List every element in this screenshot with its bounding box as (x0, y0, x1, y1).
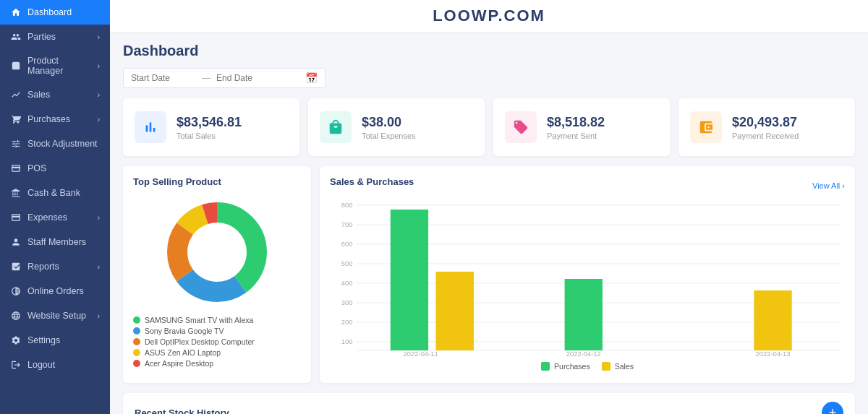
bar-legend-sales: Sales (602, 362, 634, 371)
add-stock-button[interactable]: + (822, 402, 843, 414)
sidebar-item-cash-bank[interactable]: Cash & Bank (0, 181, 110, 205)
sidebar-item-dashboard[interactable]: Dashboard (0, 0, 110, 25)
sidebar-label-online-orders: Online Orders (27, 286, 100, 296)
calendar-icon[interactable]: 📅 (305, 72, 318, 84)
svg-text:2022-04-13: 2022-04-13 (755, 350, 790, 358)
legend-label: ASUS Zen AIO Laptop (145, 348, 221, 357)
svg-text:300: 300 (341, 299, 353, 306)
bar-sales-3 (754, 290, 791, 350)
stat-card-total-sales: $83,546.81 Total Sales (123, 98, 299, 156)
box-icon (10, 60, 22, 72)
svg-text:2022-04-11: 2022-04-11 (404, 350, 438, 358)
view-all-button[interactable]: View All › (812, 181, 845, 190)
pos-icon (10, 163, 22, 174)
arrow-right-icon: › (842, 181, 845, 190)
end-date-input[interactable] (216, 73, 281, 83)
top-selling-chart: Top Selling Product (123, 166, 311, 383)
sidebar-item-settings[interactable]: Settings (0, 328, 110, 353)
total-sales-value: $83,546.81 (176, 115, 242, 130)
bar-legend: Purchases Sales (330, 362, 845, 373)
legend-dot (133, 338, 140, 345)
sidebar-item-logout[interactable]: Logout (0, 353, 110, 377)
stock-history-section: Recent Stock History + Sales Purchases P… (123, 393, 855, 414)
sidebar-item-pos[interactable]: POS (0, 156, 110, 181)
bag-icon (320, 111, 352, 143)
svg-text:600: 600 (341, 241, 353, 248)
sidebar-label-stock-adjustment: Stock Adjustment (27, 139, 100, 149)
sidebar-item-product-manager[interactable]: Product Manager › (0, 49, 110, 82)
page-title: Dashboard (123, 43, 855, 59)
legend-dot (133, 316, 140, 324)
total-expenses-label: Total Expenses (362, 131, 416, 140)
chevron-icon: › (98, 91, 100, 99)
sales-purchases-chart: Sales & Purchases View All › 800 700 600… (320, 166, 855, 383)
donut-svg (159, 194, 275, 310)
chevron-icon: › (98, 312, 100, 320)
legend-label: Sony Bravia Google TV (145, 327, 224, 335)
sidebar-item-parties[interactable]: Parties › (0, 25, 110, 49)
stat-card-total-expenses: $38.00 Total Expenses (308, 98, 485, 156)
sidebar-label-cash-bank: Cash & Bank (27, 188, 100, 198)
purchases-label: Purchases (554, 362, 590, 371)
svg-text:2022-04-12: 2022-04-12 (566, 350, 601, 358)
sales-purchases-title: Sales & Purchases (330, 176, 414, 187)
stat-card-payment-sent: $8,518.82 Payment Sent (493, 98, 670, 156)
page-content: Dashboard — 📅 $83,546.81 Total Sales (110, 33, 868, 414)
chart-icon (10, 89, 22, 100)
sidebar-item-website-setup[interactable]: Website Setup › (0, 303, 110, 328)
wallet-icon (690, 111, 722, 143)
bar-legend-purchases: Purchases (541, 362, 590, 371)
brand-logo: LOOWP.COM (433, 7, 545, 25)
chevron-icon: › (98, 116, 100, 124)
svg-text:200: 200 (341, 319, 353, 326)
payment-sent-label: Payment Sent (547, 131, 605, 140)
sidebar-label-product-manager: Product Manager (27, 56, 92, 76)
stat-info: $8,518.82 Payment Sent (547, 115, 605, 140)
cart-icon (10, 113, 22, 125)
legend-item: ASUS Zen AIO Laptop (133, 348, 301, 357)
globe-icon (10, 310, 22, 322)
legend-item: Dell OptIPlex Desktop Computer (133, 337, 301, 346)
sales-dot (602, 362, 610, 371)
legend-dot (133, 327, 140, 335)
sidebar-label-parties: Parties (27, 32, 92, 42)
chevron-icon: › (98, 263, 100, 271)
logout-icon (10, 359, 22, 371)
sidebar-item-reports[interactable]: Reports › (0, 254, 110, 279)
chevron-icon: › (98, 214, 100, 222)
bar-chart-area: 800 700 600 500 400 300 200 100 (330, 200, 845, 359)
legend-dot (133, 349, 140, 356)
total-expenses-value: $38.00 (362, 115, 416, 130)
legend-item: Sony Bravia Google TV (133, 327, 301, 335)
sidebar: Dashboard Parties › Product Manager › Sa… (0, 0, 110, 414)
legend-item: Acer Aspire Desktop (133, 359, 301, 368)
legend-label: SAMSUNG Smart TV with Alexa (145, 316, 253, 324)
sidebar-item-purchases[interactable]: Purchases › (0, 107, 110, 131)
bar-chart-header: Sales & Purchases View All › (330, 176, 845, 194)
legend-label: Acer Aspire Desktop (145, 359, 213, 368)
total-sales-label: Total Sales (176, 131, 242, 140)
sidebar-item-online-orders[interactable]: Online Orders (0, 279, 110, 303)
home-icon (10, 7, 22, 18)
online-icon (10, 285, 22, 297)
sidebar-label-logout: Logout (27, 360, 100, 370)
sidebar-item-stock-adjustment[interactable]: Stock Adjustment (0, 131, 110, 156)
expense-icon (10, 212, 22, 223)
sidebar-item-expenses[interactable]: Expenses › (0, 205, 110, 230)
sliders-icon (10, 138, 22, 150)
legend-label: Dell OptIPlex Desktop Computer (145, 337, 255, 346)
svg-point-5 (188, 223, 246, 281)
stat-info: $38.00 Total Expenses (362, 115, 416, 140)
sidebar-item-sales[interactable]: Sales › (0, 82, 110, 107)
svg-text:800: 800 (341, 202, 353, 209)
legend-item: SAMSUNG Smart TV with Alexa (133, 316, 301, 324)
start-date-input[interactable] (131, 73, 196, 83)
sales-label: Sales (615, 362, 634, 371)
sidebar-item-staff-members[interactable]: Staff Members (0, 230, 110, 254)
sidebar-label-purchases: Purchases (27, 114, 92, 124)
stat-card-payment-received: $20,493.87 Payment Received (678, 98, 855, 156)
chevron-icon: › (98, 62, 100, 70)
purchases-dot (541, 362, 550, 371)
bar-purchases-2 (565, 279, 603, 350)
payment-sent-value: $8,518.82 (547, 115, 605, 130)
